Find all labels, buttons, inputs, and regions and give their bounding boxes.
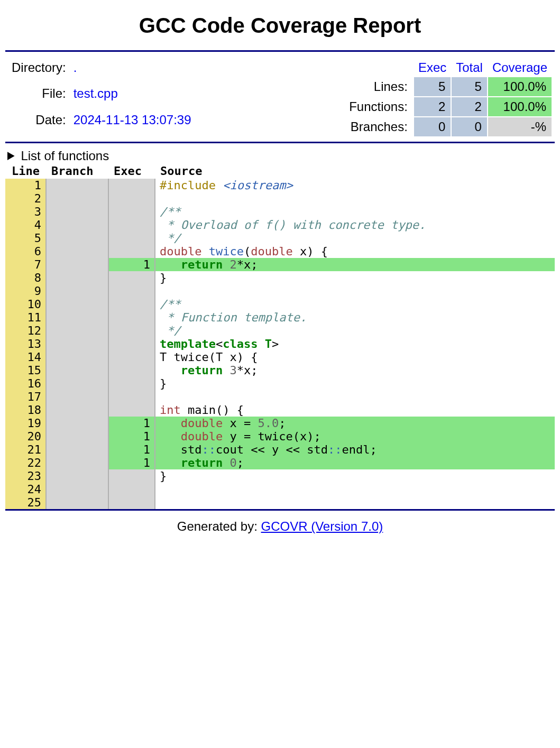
date-label: Date: xyxy=(8,112,69,136)
stats-row-lines: Lines: 5 5 100.0% xyxy=(344,77,552,96)
exec-count xyxy=(108,232,155,245)
source-row: 18int main() { xyxy=(5,403,555,417)
branch-cell xyxy=(46,337,108,350)
source-code: return 2*x; xyxy=(155,258,555,271)
branch-cell xyxy=(46,417,108,430)
header-total: Total xyxy=(452,59,487,76)
branch-cell xyxy=(46,298,108,311)
branch-cell xyxy=(46,483,108,496)
source-code: /** xyxy=(155,298,555,311)
source-code: */ xyxy=(155,232,555,245)
directory-link[interactable]: . xyxy=(70,59,195,84)
exec-count xyxy=(108,390,155,403)
file-link[interactable]: test.cpp xyxy=(70,85,195,110)
exec-count xyxy=(108,496,155,509)
source-code xyxy=(155,483,555,496)
source-code: return 3*x; xyxy=(155,364,555,377)
branch-cell xyxy=(46,284,108,298)
source-code: } xyxy=(155,271,555,284)
source-row: 6double twice(double x) { xyxy=(5,245,555,258)
lines-cov: 100.0% xyxy=(488,77,552,96)
source-row: 17 xyxy=(5,390,555,403)
line-number: 24 xyxy=(5,483,46,496)
exec-count xyxy=(108,245,155,258)
source-row: 24 xyxy=(5,483,555,496)
col-branch: Branch xyxy=(46,163,108,179)
branches-exec: 0 xyxy=(414,117,451,136)
exec-count: 1 xyxy=(108,443,155,456)
functions-list-label[interactable]: List of functions xyxy=(7,149,555,163)
line-number: 5 xyxy=(5,232,46,245)
line-number: 21 xyxy=(5,443,46,456)
exec-count: 1 xyxy=(108,417,155,430)
line-number: 9 xyxy=(5,284,46,298)
branches-label: Branches: xyxy=(344,117,413,136)
branch-cell xyxy=(46,218,108,232)
functions-label: Functions: xyxy=(344,97,413,116)
line-number: 2 xyxy=(5,192,46,205)
line-number: 12 xyxy=(5,324,46,337)
branch-cell xyxy=(46,469,108,483)
branch-cell xyxy=(46,311,108,324)
source-table: Line Branch Exec Source 1#include <iostr… xyxy=(5,163,555,509)
line-number: 23 xyxy=(5,469,46,483)
col-exec: Exec xyxy=(108,163,155,179)
exec-count xyxy=(108,218,155,232)
exec-count xyxy=(108,311,155,324)
source-code xyxy=(155,284,555,298)
functions-exec: 2 xyxy=(414,97,451,116)
exec-count xyxy=(108,350,155,364)
gcovr-link[interactable]: GCOVR (Version 7.0) xyxy=(261,519,383,533)
functions-list-toggle[interactable]: List of functions xyxy=(7,149,555,163)
branch-cell xyxy=(46,377,108,390)
exec-count xyxy=(108,324,155,337)
line-number: 19 xyxy=(5,417,46,430)
exec-count xyxy=(108,377,155,390)
exec-count xyxy=(108,403,155,417)
source-code: /** xyxy=(155,205,555,218)
source-code: * Overload of f() with concrete type. xyxy=(155,218,555,232)
branch-cell xyxy=(46,245,108,258)
source-row: 1#include <iostream> xyxy=(5,179,555,192)
branch-cell xyxy=(46,403,108,417)
line-number: 14 xyxy=(5,350,46,364)
date-value: 2024-11-13 13:07:39 xyxy=(70,112,195,136)
source-row: 15 return 3*x; xyxy=(5,364,555,377)
source-row: 71 return 2*x; xyxy=(5,258,555,271)
source-code xyxy=(155,192,555,205)
source-row: 23} xyxy=(5,469,555,483)
source-row: 12 */ xyxy=(5,324,555,337)
coverage-stats-table: Exec Total Coverage Lines: 5 5 100.0% Fu… xyxy=(343,58,553,137)
line-number: 17 xyxy=(5,390,46,403)
source-code: double twice(double x) { xyxy=(155,245,555,258)
exec-count: 1 xyxy=(108,456,155,469)
source-row: 9 xyxy=(5,284,555,298)
branch-cell xyxy=(46,179,108,192)
exec-count xyxy=(108,469,155,483)
exec-count xyxy=(108,337,155,350)
branch-cell xyxy=(46,258,108,271)
source-row: 211 std::cout << y << std::endl; xyxy=(5,443,555,456)
exec-count: 1 xyxy=(108,430,155,443)
exec-count xyxy=(108,192,155,205)
line-number: 13 xyxy=(5,337,46,350)
exec-count xyxy=(108,298,155,311)
line-number: 11 xyxy=(5,311,46,324)
lines-exec: 5 xyxy=(414,77,451,96)
functions-total: 2 xyxy=(452,97,487,116)
branch-cell xyxy=(46,390,108,403)
exec-count xyxy=(108,205,155,218)
divider-mid xyxy=(5,142,555,143)
branch-cell xyxy=(46,443,108,456)
line-number: 7 xyxy=(5,258,46,271)
source-code xyxy=(155,496,555,509)
source-row: 4 * Overload of f() with concrete type. xyxy=(5,218,555,232)
line-number: 10 xyxy=(5,298,46,311)
source-code: * Function template. xyxy=(155,311,555,324)
source-code: std::cout << y << std::endl; xyxy=(155,443,555,456)
branch-cell xyxy=(46,205,108,218)
source-code: return 0; xyxy=(155,456,555,469)
exec-count: 1 xyxy=(108,258,155,271)
col-line: Line xyxy=(5,163,46,179)
line-number: 15 xyxy=(5,364,46,377)
